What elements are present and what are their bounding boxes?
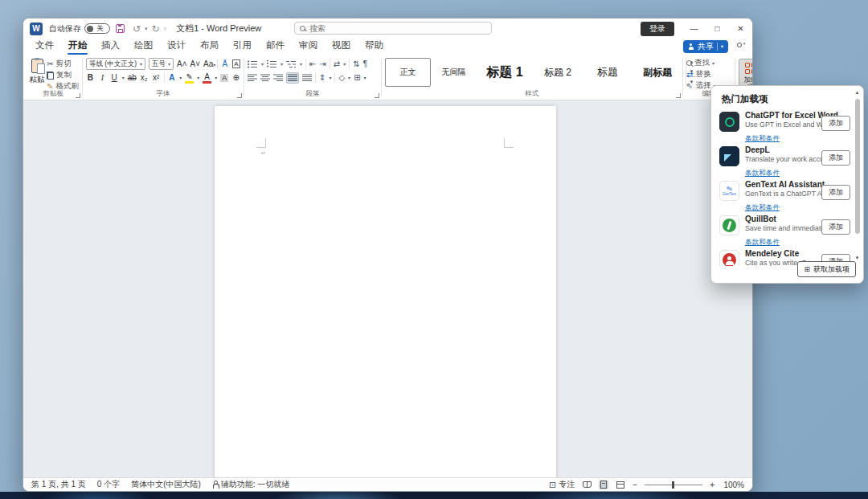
style-heading2[interactable]: 标题 2 bbox=[533, 58, 583, 87]
underline-button[interactable]: U bbox=[110, 73, 119, 82]
zoom-slider[interactable] bbox=[645, 485, 702, 485]
font-color-button[interactable]: A bbox=[203, 72, 211, 84]
copy-button[interactable]: 复制 bbox=[47, 70, 79, 80]
style-normal[interactable]: 正文 bbox=[385, 58, 431, 87]
tab-help[interactable]: 帮助 bbox=[358, 38, 391, 55]
save-icon[interactable] bbox=[116, 24, 125, 33]
find-button[interactable]: 查找▾ bbox=[686, 58, 731, 68]
style-title[interactable]: 标题 bbox=[583, 58, 633, 87]
grow-font-button[interactable]: A˄ bbox=[177, 59, 187, 68]
italic-button[interactable]: I bbox=[98, 73, 107, 82]
style-heading1[interactable]: 标题 1 bbox=[477, 58, 533, 87]
tab-insert[interactable]: 插入 bbox=[94, 38, 127, 55]
signin-button[interactable]: 登录 bbox=[641, 22, 674, 36]
justify-button[interactable] bbox=[286, 72, 299, 84]
add-person-icon[interactable] bbox=[735, 43, 744, 51]
undo-icon[interactable]: ↺ bbox=[130, 23, 143, 35]
autosave-toggle[interactable]: 关 bbox=[84, 23, 110, 34]
decrease-indent-button[interactable]: ⇤ bbox=[309, 60, 316, 68]
cut-button[interactable]: ✂剪切 bbox=[47, 59, 79, 69]
style-no-spacing[interactable]: 无间隔 bbox=[431, 58, 477, 87]
page-info[interactable]: 第 1 页, 共 1 页 bbox=[31, 479, 86, 490]
shading-button[interactable]: ◇ bbox=[338, 74, 345, 82]
terms-link[interactable]: 条款和条件 bbox=[745, 202, 780, 212]
phonetic-guide-button[interactable]: Ä bbox=[221, 59, 229, 68]
clipboard-dialog-launcher-icon[interactable] bbox=[76, 93, 80, 98]
change-case-button[interactable]: Aa▾ bbox=[203, 59, 214, 68]
tab-layout[interactable]: 布局 bbox=[193, 38, 226, 55]
zoom-in-button[interactable]: + bbox=[710, 481, 714, 489]
undo-dropdown-icon[interactable]: ▾ bbox=[143, 26, 149, 32]
tab-review[interactable]: 审阅 bbox=[292, 38, 325, 55]
add-button[interactable]: 添加 bbox=[821, 219, 850, 235]
add-button[interactable]: 添加 bbox=[821, 116, 850, 131]
font-name-combo[interactable]: 等线 (中文正文)▾ bbox=[86, 58, 145, 70]
add-button[interactable]: 添加 bbox=[821, 185, 850, 200]
web-layout-button[interactable] bbox=[616, 481, 625, 489]
autosave-control[interactable]: 自动保存 关 bbox=[49, 23, 110, 35]
asian-layout-button[interactable]: ⇄ bbox=[334, 60, 340, 68]
redo-icon[interactable]: ↻ bbox=[149, 23, 162, 35]
add-button[interactable]: 添加 bbox=[821, 150, 850, 166]
maximize-button[interactable]: □ bbox=[706, 18, 729, 39]
sort-button[interactable]: ⇅ bbox=[353, 60, 359, 68]
subscript-button[interactable]: x₂ bbox=[140, 73, 149, 82]
tab-file[interactable]: 文件 bbox=[28, 38, 61, 55]
close-button[interactable]: ✕ bbox=[729, 18, 752, 39]
text-effects-button[interactable]: A bbox=[167, 73, 176, 82]
read-mode-button[interactable] bbox=[582, 481, 592, 489]
document-page[interactable]: ↵ bbox=[215, 106, 556, 477]
terms-link[interactable]: 条款和条件 bbox=[745, 168, 780, 178]
character-shading-button[interactable]: A bbox=[220, 74, 228, 82]
qat-customize-icon[interactable]: ▿ bbox=[162, 26, 169, 32]
print-layout-button[interactable] bbox=[599, 481, 608, 489]
zoom-slider-thumb[interactable] bbox=[672, 481, 674, 489]
share-button[interactable]: 共享 ▾ bbox=[683, 40, 728, 53]
strikethrough-button[interactable]: ab bbox=[128, 73, 137, 82]
show-hide-marks-button[interactable]: ¶ bbox=[363, 60, 367, 68]
document-area[interactable]: ↵ bbox=[23, 100, 752, 477]
zoom-out-button[interactable]: − bbox=[633, 481, 637, 489]
font-size-combo[interactable]: 五号▾ bbox=[149, 58, 174, 70]
align-left-button[interactable] bbox=[248, 74, 257, 82]
align-right-button[interactable] bbox=[273, 74, 283, 82]
increase-indent-button[interactable]: ⇥ bbox=[319, 60, 326, 68]
terms-link[interactable]: 条款和条件 bbox=[745, 237, 780, 247]
scroll-down-icon[interactable]: ▼ bbox=[854, 256, 861, 260]
styles-dialog-launcher-icon[interactable] bbox=[676, 93, 681, 98]
character-border-button[interactable]: A bbox=[232, 59, 240, 68]
enclose-characters-button[interactable]: ⊕ bbox=[231, 73, 240, 82]
tab-draw[interactable]: 绘图 bbox=[127, 38, 160, 55]
numbering-button[interactable] bbox=[267, 60, 277, 68]
tab-design[interactable]: 设计 bbox=[160, 38, 193, 55]
tab-view[interactable]: 视图 bbox=[325, 38, 358, 55]
tab-references[interactable]: 引用 bbox=[226, 38, 259, 55]
line-spacing-button[interactable]: ⇕ bbox=[319, 74, 326, 82]
word-count[interactable]: 0 个字 bbox=[97, 479, 120, 490]
align-center-button[interactable] bbox=[260, 74, 270, 82]
multilevel-list-button[interactable] bbox=[286, 60, 297, 68]
scroll-up-icon[interactable]: ▲ bbox=[854, 90, 861, 95]
zoom-level[interactable]: 100% bbox=[722, 481, 744, 489]
search-box[interactable] bbox=[294, 22, 492, 35]
style-subtitle[interactable]: 副标题 bbox=[633, 58, 682, 87]
focus-mode-button[interactable]: ⊡ 专注 bbox=[549, 479, 575, 490]
replace-button[interactable]: ⇄替换 bbox=[686, 69, 731, 80]
superscript-button[interactable]: x² bbox=[152, 73, 161, 82]
accessibility-status[interactable]: 辅助功能: 一切就绪 bbox=[212, 479, 290, 490]
tab-mailings[interactable]: 邮件 bbox=[259, 38, 292, 55]
borders-button[interactable]: ⊞ bbox=[354, 74, 360, 82]
minimize-button[interactable]: — bbox=[682, 18, 706, 39]
tab-home[interactable]: 开始 bbox=[61, 38, 94, 55]
get-addins-button[interactable]: ⊞ 获取加载项 bbox=[797, 261, 856, 277]
highlight-button[interactable]: ✎ bbox=[185, 72, 194, 84]
language-status[interactable]: 简体中文(中国大陆) bbox=[131, 479, 201, 490]
panel-scrollbar[interactable]: ▲ ▼ bbox=[854, 90, 861, 260]
paste-button[interactable]: 粘贴 bbox=[27, 57, 47, 92]
scrollbar-thumb[interactable] bbox=[855, 99, 860, 234]
search-input[interactable] bbox=[309, 24, 486, 33]
bold-button[interactable]: B bbox=[86, 73, 95, 82]
distribute-button[interactable] bbox=[302, 74, 312, 82]
terms-link[interactable]: 条款和条件 bbox=[745, 133, 780, 143]
paragraph-dialog-launcher-icon[interactable] bbox=[375, 93, 379, 98]
